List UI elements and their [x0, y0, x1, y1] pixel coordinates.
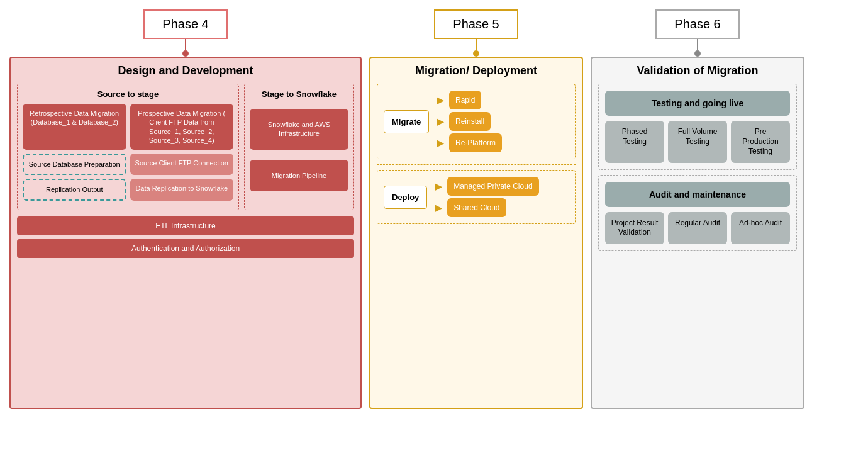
phase4-title: Design and Development [17, 64, 354, 77]
replatform-box: Re-Platform [449, 133, 502, 152]
auth-bar: Authentication and Authorization [17, 239, 354, 258]
phase4-column: Phase 4 Design and Development Source to… [9, 9, 362, 409]
sts-mid-grid: Source Database Preparation Source Clien… [23, 154, 233, 175]
reinstall-arrow: ► [434, 115, 447, 129]
phase5-connector-dot [473, 50, 479, 57]
sts-top-grid: Retrospective Data Migration (Database_1… [23, 104, 233, 150]
pre-production-testing-box: Pre Production Testing [731, 121, 790, 163]
snowflake-aws-box: Snowflake and AWS Infrastructure [250, 109, 348, 150]
phase5-title: Migration/ Deployment [377, 64, 576, 77]
stage-to-snowflake-title: Stage to Snowflake [250, 89, 348, 99]
phase4-inner: Source to stage Retrospective Data Migra… [17, 84, 354, 210]
migrate-flow: Migrate ► Rapid ► Reinstall ► Re-Platfor [384, 91, 569, 152]
replatform-row: ► Re-Platform [434, 133, 502, 152]
phase4-connector-dot [182, 50, 189, 57]
managed-cloud-row: ► Managed Private Cloud [432, 177, 538, 196]
testing-going-live-box: Testing and going live [605, 91, 790, 116]
adhoc-audit-box: Ad-hoc Audit [731, 212, 790, 244]
audit-grid: Project Result Validation Regular Audit … [605, 212, 790, 244]
retro-migration-box: Retrospective Data Migration (Database_1… [23, 104, 126, 150]
phase4-connector-line [185, 39, 186, 50]
prosp-migration-box: Prospective Data Migration ( Client FTP … [130, 104, 234, 150]
shared-cloud-box: Shared Cloud [447, 198, 506, 217]
etl-bar: ETL Infrastructure [17, 216, 354, 235]
phase4-badge: Phase 4 [143, 9, 227, 39]
rapid-box: Rapid [449, 91, 481, 109]
managed-cloud-arrow: ► [432, 179, 445, 194]
source-db-prep-box: Source Database Preparation [23, 154, 126, 175]
rapid-arrow: ► [434, 93, 447, 108]
phase6-outer-box: Validation of Migration Testing and goin… [591, 57, 804, 409]
phase5-connector-line [476, 39, 477, 50]
replatform-arrow: ► [434, 136, 447, 150]
phase6-connector-dot [694, 50, 701, 57]
phase6-connector-line [697, 39, 698, 50]
main-container: Phase 4 Design and Development Source to… [6, 6, 862, 454]
testing-grid: Phased Testing Full Volume Testing Pre P… [605, 121, 790, 163]
migrate-arrows: ► Rapid ► Reinstall ► Re-Platform [434, 91, 502, 152]
source-client-ftp-box: Source Client FTP Connection [130, 154, 234, 175]
deploy-section: Deploy ► Managed Private Cloud ► Shared … [377, 170, 576, 224]
project-result-validation-box: Project Result Validation [605, 212, 664, 244]
reinstall-row: ► Reinstall [434, 112, 491, 131]
phase4-top: Phase 4 [143, 9, 227, 57]
managed-cloud-box: Managed Private Cloud [447, 177, 538, 196]
phase5-top: Phase 5 [434, 9, 518, 57]
audit-maintenance-box: Audit and maintenance [605, 182, 790, 207]
phase6-badge: Phase 6 [655, 9, 739, 39]
phase5-badge: Phase 5 [434, 9, 518, 39]
audit-section: Audit and maintenance Project Result Val… [598, 175, 797, 251]
source-to-stage-box: Source to stage Retrospective Data Migra… [17, 84, 239, 210]
data-replication-box: Data Replication to Snowflake [130, 179, 234, 200]
phased-testing-box: Phased Testing [605, 121, 664, 163]
migrate-section: Migrate ► Rapid ► Reinstall ► Re-Platfor [377, 84, 576, 159]
sts-bot-grid: Replication Output Data Replication to S… [23, 179, 233, 200]
phase6-title: Validation of Migration [598, 64, 797, 77]
phase4-outer-box: Design and Development Source to stage R… [9, 57, 362, 409]
phase5-separator [377, 164, 576, 165]
stage-to-snowflake-box: Stage to Snowflake Snowflake and AWS Inf… [244, 84, 354, 210]
deploy-label: Deploy [384, 186, 427, 209]
deploy-arrows: ► Managed Private Cloud ► Shared Cloud [432, 177, 538, 217]
deploy-flow: Deploy ► Managed Private Cloud ► Shared … [384, 177, 569, 217]
phase6-top: Phase 6 [655, 9, 739, 57]
phase6-column: Phase 6 Validation of Migration Testing … [591, 9, 804, 409]
migration-pipeline-box: Migration Pipeline [250, 160, 348, 191]
full-volume-testing-box: Full Volume Testing [668, 121, 727, 163]
phase5-outer-box: Migration/ Deployment Migrate ► Rapid ► … [369, 57, 583, 409]
source-to-stage-title: Source to stage [23, 89, 233, 99]
replication-output-box: Replication Output [23, 179, 126, 200]
shared-cloud-row: ► Shared Cloud [432, 198, 506, 217]
rapid-row: ► Rapid [434, 91, 481, 109]
shared-cloud-arrow: ► [432, 201, 445, 215]
testing-section: Testing and going live Phased Testing Fu… [598, 84, 797, 170]
regular-audit-box: Regular Audit [668, 212, 727, 244]
phase5-column: Phase 5 Migration/ Deployment Migrate ► … [369, 9, 583, 409]
reinstall-box: Reinstall [449, 112, 491, 131]
migrate-label: Migrate [384, 110, 429, 133]
